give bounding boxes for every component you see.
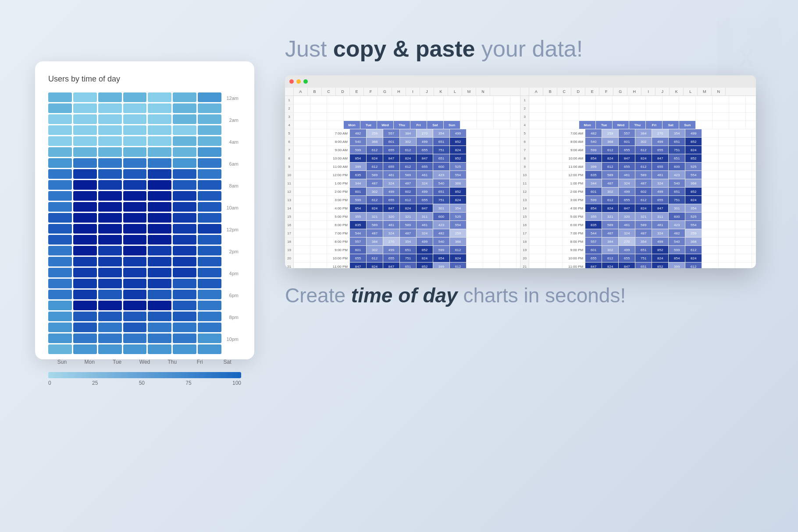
heatmap-cell [173,279,196,288]
heatmap-cell [123,180,147,190]
heatmap-cell [73,92,97,102]
time-tick: 2pm [221,246,241,257]
heatmap-cell [48,301,72,310]
heatmap-cell [98,301,122,310]
heatmap-cell [48,235,72,245]
heatmap-cell [123,158,147,168]
heatmap-cell [98,268,122,277]
heatmap-cell [148,147,171,157]
sheet-panel: ABCDEFGHIJKLMN1234MonTueWedThuFriSatSun5… [520,88,755,268]
heatmap-row [48,125,221,135]
heatmap-cell [48,246,72,255]
heatmap-row [48,279,221,288]
toolbar [285,75,756,88]
time-tick [221,257,241,268]
time-tick [221,235,241,246]
heatmap-row [48,301,221,310]
heatmap-cell [198,279,221,288]
day-label: Tue [103,359,131,365]
heatmap-cell [73,235,97,245]
time-tick [221,147,241,158]
close-dot [289,79,294,84]
heatmap-row [48,344,221,354]
spreadsheet-content: ABCDEFGHIJKLMN1234MonTueWedThuFriSatSun5… [285,88,756,268]
heatmap-cell [173,125,196,135]
heatmap-cell [173,301,196,310]
heatmap-cell [48,92,72,102]
heatmap-cell [98,125,122,135]
time-tick [221,213,241,224]
heatmap-cell [73,180,97,190]
heatmap-cell [123,136,147,146]
heatmap-row [48,147,221,157]
heatmap-cell [148,235,171,245]
heatmap-cell [98,114,122,124]
heatmap-wrapper: 12am2am4am6am8am10am12pm2pm4pm6pm8pm10pm [48,92,241,355]
heatmap-cell [73,301,97,310]
heatmap-cell [48,333,72,343]
heatmap-cell [148,125,171,135]
heatmap-cell [198,268,221,277]
heatmap-cell [48,344,72,354]
sub-part2: charts in seconds! [458,284,626,307]
heatmap-row [48,114,221,124]
time-tick: 12pm [221,224,241,235]
heatmap-cell [48,180,72,190]
heatmap-cell [198,191,221,201]
time-labels: 12am2am4am6am8am10am12pm2pm4pm6pm8pm10pm [221,92,241,355]
heatmap-grid [48,92,221,355]
heatmap-cell [123,213,147,223]
sub-headline: Create time of day charts in seconds! [285,284,780,308]
heatmap-cell [123,169,147,179]
sheet-panel: ABCDEFGHIJKLMN1234MonTueWedThuFriSatSun5… [285,88,520,268]
heatmap-cell [73,344,97,354]
legend-q3: 75 [185,380,191,386]
heatmap-row [48,312,221,321]
heatmap-cell [48,191,72,201]
heatmap-cell [48,136,72,146]
heatmap-cell [173,114,196,124]
heatmap-cell [173,268,196,277]
time-tick [221,191,241,202]
heatmap-cell [198,301,221,310]
heatmap-cell [98,290,122,299]
heatmap-cell [48,257,72,266]
heatmap-row [48,333,221,343]
heatmap-cell [123,235,147,245]
heatmap-cell [173,147,196,157]
time-tick [221,344,241,355]
heatmap-cell [148,103,171,113]
heatmap-cell [98,213,122,223]
heatmap-cell [148,344,171,354]
chart-title: Users by time of day [48,74,241,84]
heatmap-cell [173,191,196,201]
heatmap-cell [48,169,72,179]
day-label: Sat [214,359,241,365]
heatmap-cell [123,290,147,299]
heatmap-cell [173,180,196,190]
heatmap-cell [148,246,171,255]
heatmap-cell [73,268,97,277]
time-tick: 8pm [221,312,241,323]
heatmap-cell [123,312,147,321]
heatmap-cell [123,323,147,332]
heatmap-row [48,169,221,179]
heatmap-cell [48,312,72,321]
heatmap-row [48,246,221,255]
heatmap-cell [173,158,196,168]
heatmap-cell [123,147,147,157]
heatmap-cell [198,180,221,190]
maximize-dot [303,79,308,84]
heatmap-cell [73,114,97,124]
heatmap-cell [98,279,122,288]
heatmap-cell [98,235,122,245]
heatmap-cell [48,323,72,332]
heatmap-cell [198,169,221,179]
heatmap-cell [73,290,97,299]
heatmap-cell [148,323,171,332]
heatmap-cell [98,180,122,190]
heatmap-cell [148,169,171,179]
heatmap-cell [98,191,122,201]
day-label: Thu [158,359,186,365]
heatmap-cell [198,246,221,255]
